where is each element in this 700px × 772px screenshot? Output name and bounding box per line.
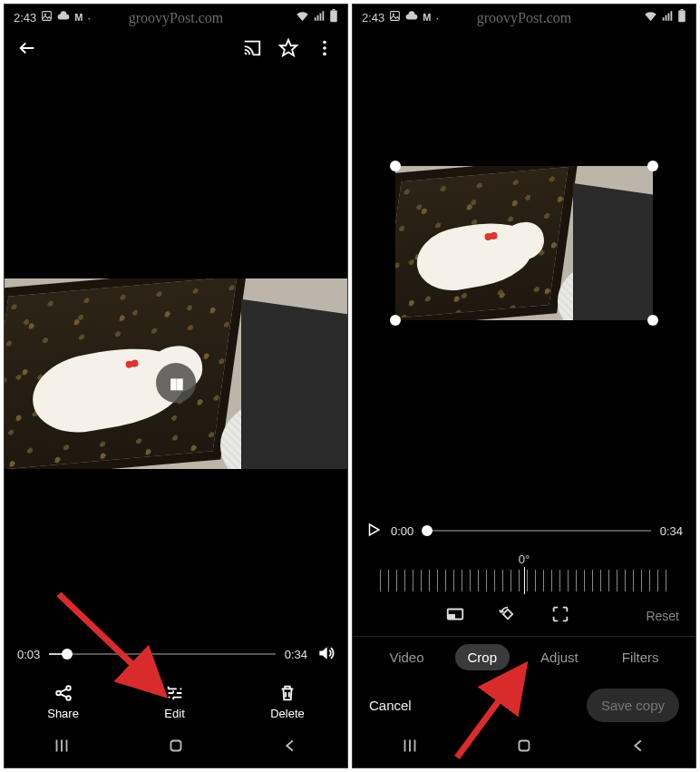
free-crop-button[interactable]	[550, 604, 570, 627]
svg-rect-0	[43, 12, 52, 21]
back-nav-button[interactable]	[628, 736, 648, 759]
svg-rect-12	[391, 12, 400, 21]
clock: 2:43	[362, 11, 384, 24]
pause-button[interactable]: ▮▮	[156, 363, 196, 403]
playback-scrubber[interactable]	[49, 653, 275, 655]
svg-rect-14	[678, 11, 685, 23]
svg-point-5	[323, 46, 326, 50]
editor-tabs: Video Crop Adjust Filters	[353, 637, 695, 678]
delete-button[interactable]: Delete	[270, 683, 305, 720]
svg-point-4	[323, 41, 326, 44]
cast-icon[interactable]	[242, 38, 262, 62]
crop-handle-bl[interactable]	[390, 315, 401, 326]
volume-icon[interactable]	[316, 644, 335, 665]
wifi-icon	[644, 9, 657, 25]
reset-button[interactable]: Reset	[646, 609, 679, 623]
battery-icon	[677, 9, 686, 25]
more-dot-icon: ·	[435, 11, 439, 24]
phone-left-viewer: groovyPost.com 2:43 M ·	[4, 4, 348, 768]
share-button[interactable]: Share	[47, 683, 79, 720]
recents-button[interactable]	[52, 736, 72, 759]
favorite-star-icon[interactable]	[278, 38, 298, 62]
back-nav-button[interactable]	[280, 736, 300, 759]
delete-label: Delete	[270, 707, 305, 720]
svg-point-13	[393, 14, 394, 15]
svg-rect-3	[333, 9, 335, 11]
edit-label: Edit	[164, 707, 184, 720]
svg-rect-15	[681, 9, 684, 11]
play-button[interactable]	[365, 522, 382, 541]
image-icon	[41, 10, 53, 24]
tab-filters[interactable]: Filters	[609, 644, 672, 670]
phone-right-editor: groovyPost.com 2:43 M ·	[352, 4, 696, 768]
crop-handle-br[interactable]	[647, 315, 658, 326]
save-copy-button[interactable]: Save copy	[587, 689, 679, 722]
crop-handle-tr[interactable]	[647, 161, 658, 171]
svg-point-1	[44, 14, 46, 15]
gmail-icon: M	[74, 12, 83, 23]
video-content	[395, 166, 653, 320]
more-dot-icon: ·	[87, 11, 91, 24]
signal-icon	[661, 10, 674, 25]
total-time: 0:34	[660, 524, 683, 538]
status-bar: 2:43 M ·	[353, 5, 695, 30]
share-label: Share	[47, 707, 79, 720]
bottom-actions: Share Edit Delete	[5, 672, 347, 728]
current-time: 0:00	[391, 524, 413, 538]
gmail-icon: M	[423, 12, 431, 23]
video-frame[interactable]: ▮▮	[5, 279, 347, 469]
current-time: 0:03	[17, 648, 40, 661]
rotation-dial[interactable]	[380, 570, 668, 591]
video-viewer[interactable]: ▮▮	[5, 70, 347, 636]
crop-editor[interactable]	[353, 30, 695, 513]
android-nav-bar	[5, 728, 347, 767]
android-nav-bar	[353, 728, 695, 767]
rotation-degrees: 0°	[353, 552, 695, 566]
home-button[interactable]	[514, 736, 534, 759]
wifi-icon	[296, 9, 309, 25]
crop-tool-row: Reset	[353, 599, 695, 636]
playback-scrubber[interactable]	[423, 530, 650, 532]
tab-crop[interactable]: Crop	[455, 644, 510, 670]
svg-rect-18	[503, 610, 512, 619]
playback-scrubber-row: 0:03 0:34	[5, 636, 347, 672]
tab-adjust[interactable]: Adjust	[528, 644, 591, 670]
top-app-bar	[5, 30, 347, 70]
battery-icon	[329, 9, 338, 25]
playback-scrubber-row: 0:00 0:34	[353, 513, 695, 549]
tab-video[interactable]: Video	[376, 644, 436, 670]
signal-icon	[313, 10, 326, 25]
svg-rect-19	[520, 741, 530, 751]
cloud-icon	[405, 10, 418, 25]
svg-rect-17	[447, 614, 454, 620]
clock: 2:43	[14, 11, 36, 24]
rotate-button[interactable]	[498, 604, 518, 627]
svg-rect-10	[171, 741, 181, 751]
status-bar: 2:43 M ·	[5, 5, 347, 30]
cancel-button[interactable]: Cancel	[369, 698, 412, 713]
edit-button[interactable]: Edit	[164, 683, 184, 720]
editor-footer: Cancel Save copy	[353, 678, 695, 728]
crop-frame[interactable]	[395, 166, 653, 320]
aspect-ratio-button[interactable]	[445, 604, 465, 627]
svg-point-6	[323, 53, 326, 56]
svg-rect-2	[330, 11, 337, 23]
overflow-menu-icon[interactable]	[315, 38, 335, 62]
home-button[interactable]	[166, 736, 186, 759]
total-time: 0:34	[285, 648, 307, 661]
image-icon	[389, 10, 401, 24]
back-button[interactable]	[17, 38, 37, 62]
cloud-icon	[57, 10, 70, 25]
recents-button[interactable]	[400, 736, 420, 759]
